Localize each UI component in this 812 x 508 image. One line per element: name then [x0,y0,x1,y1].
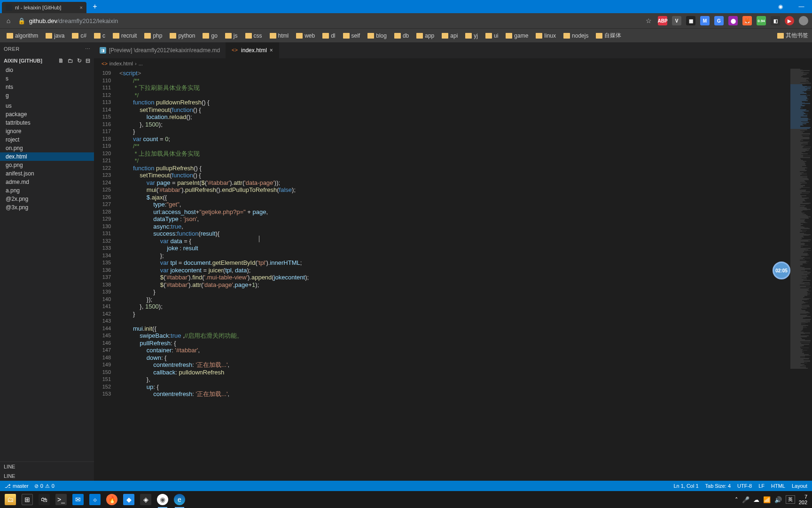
ext-d2-icon[interactable]: ▶ [785,16,794,25]
bookmark-db[interactable]: db [391,32,412,40]
bookmark-game[interactable]: game [503,32,531,40]
ext-fox-icon[interactable]: 🦊 [742,16,752,25]
refresh-icon[interactable]: ↻ [77,57,82,64]
bookmark-自媒体[interactable]: 自媒体 [593,31,624,40]
mail-icon[interactable]: ✉ [70,491,86,508]
timeline-section[interactable]: LINE [0,471,94,481]
minimap[interactable] [789,69,812,481]
terminal-icon[interactable]: >_ [53,491,70,508]
cursor-position[interactable]: Ln 1, Col 1 [673,483,698,489]
task-view-icon[interactable]: ⊞ [19,491,36,508]
other-bookmarks[interactable]: 其他书签 [777,32,808,40]
file-item[interactable]: nts [0,83,94,91]
tab-size[interactable]: Tab Size: 4 [705,483,731,489]
bookmark-blog[interactable]: blog [365,32,390,40]
bookmark-js[interactable]: js [222,32,241,40]
ext-v-icon[interactable]: V [672,16,681,25]
edge-icon[interactable]: e [171,491,188,508]
star-icon[interactable]: ☆ [644,17,653,24]
timer-badge[interactable]: 02:05 [773,262,790,279]
ext-abp-icon[interactable]: ABP [658,16,667,25]
bookmark-yj[interactable]: yj [462,32,481,40]
branch-indicator[interactable]: ⎇ master [5,483,29,489]
file-item[interactable]: roject [0,135,94,144]
bookmark-ui[interactable]: ui [483,32,501,40]
wifi-icon[interactable]: 📶 [763,496,771,503]
profile-icon[interactable] [799,16,808,25]
bookmark-linux[interactable]: linux [533,32,559,40]
browser-tab[interactable]: nl - lekaixin [GitHub] × [2,2,86,13]
tab-readme-preview[interactable]: ◨ [Preview] \dreamfly2012\lekaixin\readm… [94,42,226,58]
ext-p-icon[interactable]: ⬤ [728,16,738,25]
file-explorer-icon[interactable]: 🗂 [2,491,19,508]
store-icon[interactable]: 🛍 [36,491,53,508]
bookmark-web[interactable]: web [293,32,318,40]
bookmark-php[interactable]: php [141,32,165,40]
bookmark-dl[interactable]: dl [320,32,338,40]
home-icon[interactable]: ⌂ [4,17,13,24]
explorer-more-icon[interactable]: ⋯ [85,46,91,52]
ext-score-icon[interactable]: 0.94 [757,16,766,25]
file-item[interactable]: @2x.png [0,195,94,203]
new-folder-icon[interactable]: 🗀 [68,57,73,64]
file-item[interactable]: on.png [0,144,94,152]
bookmark-app[interactable]: app [414,32,437,40]
tray-up-icon[interactable]: ˄ [735,496,738,503]
app-dark-icon[interactable]: ◈ [137,491,154,508]
ext-sq-icon[interactable]: ▦ [686,16,695,25]
file-item[interactable]: go.png [0,161,94,169]
file-item[interactable]: adme.md [0,178,94,186]
chrome-menu-icon[interactable]: ◉ [770,0,791,13]
bookmark-python[interactable]: python [167,32,198,40]
cloud-icon[interactable]: ☁ [753,496,759,503]
volume-icon[interactable]: 🔊 [774,496,782,503]
bookmark-recruit[interactable]: recruit [110,32,140,40]
collapse-icon[interactable]: ⊟ [86,57,90,64]
close-tab-icon[interactable]: × [80,5,83,10]
file-item[interactable]: dex.html [0,152,94,161]
code-editor[interactable]: 1091101111121131141151161171181191201211… [94,69,812,481]
firefox-icon[interactable]: 🔥 [103,491,120,508]
ext-g-icon[interactable]: G [714,16,724,25]
bookmark-nodejs[interactable]: nodejs [561,32,591,40]
breadcrumb[interactable]: <> index.html › ... [94,58,812,69]
file-item[interactable]: anifest.json [0,169,94,178]
url-input[interactable]: 🔒 github.dev/dreamfly2012/lekaixin [18,17,639,24]
ext-m-icon[interactable]: M [700,16,710,25]
bookmark-html[interactable]: html [267,32,292,40]
project-title-row[interactable]: AIXIN [GITHUB] 🗎 🗀 ↻ ⊟ [0,56,94,66]
new-file-icon[interactable]: 🗎 [58,57,64,64]
file-item[interactable]: tattributes [0,119,94,127]
file-item[interactable]: package [0,110,94,119]
code-content[interactable]: <script> /** * 下拉刷新具体业务实现 */ function pu… [117,69,812,481]
file-item[interactable]: @3x.png [0,203,94,212]
bookmark-api[interactable]: api [439,32,461,40]
ext-d1-icon[interactable]: ◧ [771,16,780,25]
bookmark-c[interactable]: c [91,32,108,40]
clock-date[interactable]: 202 [799,500,807,505]
file-item[interactable]: ignore [0,127,94,135]
language-mode[interactable]: HTML [771,483,785,489]
bookmark-css[interactable]: css [242,32,265,40]
file-item[interactable]: s [0,74,94,83]
app-blue-icon[interactable]: ◆ [120,491,137,508]
outline-section[interactable]: LINE [0,462,94,471]
bookmark-java[interactable]: java [43,32,67,40]
encoding[interactable]: UTF-8 [737,483,752,489]
bookmark-self[interactable]: self [340,32,363,40]
vscode-icon[interactable]: ⟐ [86,491,103,508]
minimize-icon[interactable]: — [791,0,812,13]
bookmark-c#[interactable]: c# [69,32,89,40]
mic-icon[interactable]: 🎤 [742,496,750,503]
close-tab-icon[interactable]: × [270,47,273,54]
ime-indicator[interactable]: 英 [786,495,795,504]
chrome-icon[interactable]: ◉ [154,491,171,508]
file-item[interactable]: us [0,102,94,110]
clock-time[interactable]: 7 [804,494,807,500]
bookmark-go[interactable]: go [200,32,220,40]
problems-indicator[interactable]: ⊘ 0 ⚠ 0 [34,483,55,489]
layout-btn[interactable]: Layout [792,483,807,489]
tab-index-html[interactable]: <> index.html × [226,42,279,58]
bookmark-algorithm[interactable]: algorithm [4,32,41,40]
eol[interactable]: LF [758,483,765,489]
